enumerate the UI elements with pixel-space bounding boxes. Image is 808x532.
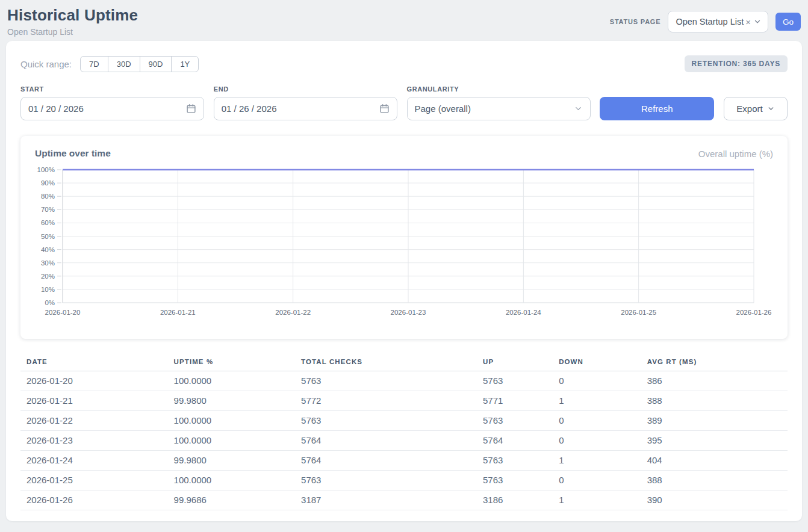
table-cell: 5763 [295, 471, 477, 490]
table-cell: 390 [641, 490, 788, 510]
svg-text:80%: 80% [41, 193, 55, 200]
uptime-line-chart[interactable]: 0%10%20%30%40%50%60%70%80%90%100%2026-01… [35, 165, 773, 323]
table-cell: 100.0000 [168, 471, 295, 490]
retention-badge: RETENTION: 365 DAYS [685, 55, 788, 72]
svg-text:70%: 70% [41, 206, 55, 213]
column-header-uptime-: UPTIME % [168, 353, 295, 371]
svg-text:20%: 20% [41, 273, 55, 280]
table-cell: 2026-01-20 [20, 371, 168, 391]
table-cell: 5763 [477, 451, 553, 471]
table-cell: 1 [553, 490, 641, 510]
table-cell: 100.0000 [168, 411, 295, 431]
column-header-down: DOWN [553, 353, 641, 371]
quick-range-1y[interactable]: 1Y [171, 56, 199, 72]
table-cell: 5771 [477, 391, 553, 411]
quick-range-group: 7D30D90D1Y [80, 56, 199, 72]
table-cell: 5763 [295, 371, 477, 391]
table-row: 2026-01-22100.0000576357630389 [20, 411, 788, 431]
go-button[interactable]: Go [775, 13, 801, 31]
end-date-input[interactable]: 01 / 26 / 2026 [214, 97, 397, 120]
quick-range-90d[interactable]: 90D [140, 56, 172, 72]
svg-text:2026-01-25: 2026-01-25 [621, 309, 656, 316]
status-page-label: STATUS PAGE [610, 18, 661, 25]
column-header-total-checks: TOTAL CHECKS [295, 353, 477, 371]
start-label: START [20, 85, 204, 93]
svg-text:2026-01-24: 2026-01-24 [506, 309, 541, 316]
table-row: 2026-01-2699.9686318731861390 [20, 490, 788, 510]
granularity-value: Page (overall) [415, 104, 471, 114]
status-page-value: Open Startup List [676, 17, 744, 26]
column-header-date: DATE [20, 353, 168, 371]
table-row: 2026-01-2499.9800576457631404 [20, 451, 788, 471]
table-cell: 100.0000 [168, 431, 295, 451]
quick-range-label: Quick range: [20, 59, 72, 69]
calendar-icon[interactable] [379, 104, 390, 114]
granularity-select[interactable]: Page (overall) [407, 97, 591, 120]
page-title: Historical Uptime [7, 6, 138, 25]
svg-text:60%: 60% [41, 219, 55, 226]
table-header: DATEUPTIME %TOTAL CHECKSUPDOWNAVG RT (MS… [20, 353, 788, 371]
table-row: 2026-01-2199.9800577257711388 [20, 391, 788, 411]
table-cell: 99.9686 [168, 490, 295, 510]
table-cell: 0 [553, 411, 641, 431]
svg-text:2026-01-23: 2026-01-23 [391, 309, 426, 316]
svg-text:2026-01-26: 2026-01-26 [736, 309, 772, 316]
start-date-value: 01 / 20 / 2026 [28, 104, 84, 114]
table-cell: 5763 [295, 411, 477, 431]
chart-title: Uptime over time [35, 148, 111, 159]
clear-icon[interactable]: × [745, 17, 751, 27]
page-header: Historical Uptime Open Startup List STAT… [0, 0, 808, 41]
status-page-select[interactable]: Open Startup List × [668, 11, 768, 32]
granularity-field: GRANULARITY Page (overall) [407, 85, 591, 120]
chart-legend: Overall uptime (%) [698, 149, 773, 159]
table-cell: 5763 [477, 471, 553, 490]
column-header-up: UP [477, 353, 553, 371]
header-actions: STATUS PAGE Open Startup List × Go [610, 11, 801, 32]
table-cell: 3186 [477, 490, 553, 510]
table-cell: 2026-01-25 [20, 471, 168, 490]
controls-row: START 01 / 20 / 2026 END 01 / 26 / 2026 … [20, 85, 788, 120]
table-cell: 2026-01-26 [20, 490, 168, 510]
table-cell: 386 [641, 371, 788, 391]
svg-text:2026-01-20: 2026-01-20 [45, 309, 81, 316]
table-cell: 5764 [477, 431, 553, 451]
table-cell: 388 [641, 391, 788, 411]
page-subtitle: Open Startup List [7, 27, 138, 37]
svg-text:2026-01-21: 2026-01-21 [160, 309, 196, 316]
main-panel: Quick range: 7D30D90D1Y RETENTION: 365 D… [6, 41, 802, 521]
svg-text:10%: 10% [41, 286, 55, 293]
chevron-down-icon [574, 104, 583, 113]
svg-text:30%: 30% [41, 259, 55, 267]
end-date-value: 01 / 26 / 2026 [222, 104, 277, 114]
quick-range-7d[interactable]: 7D [80, 56, 108, 72]
svg-text:2026-01-22: 2026-01-22 [275, 309, 311, 316]
table-cell: 99.9800 [168, 391, 295, 411]
table-cell: 5763 [477, 371, 553, 391]
chevron-down-icon [753, 17, 762, 26]
svg-text:100%: 100% [37, 166, 55, 173]
table-cell: 404 [641, 451, 788, 471]
svg-text:0%: 0% [45, 299, 55, 306]
start-field: START 01 / 20 / 2026 [20, 85, 204, 120]
refresh-button[interactable]: Refresh [600, 97, 714, 120]
export-button[interactable]: Export [724, 97, 788, 120]
table-cell: 1 [553, 391, 641, 411]
quick-range-row: Quick range: 7D30D90D1Y RETENTION: 365 D… [20, 55, 788, 72]
calendar-icon[interactable] [186, 104, 196, 114]
table-cell: 1 [553, 451, 641, 471]
table-cell: 3187 [295, 490, 477, 510]
table-cell: 388 [641, 471, 788, 490]
export-label: Export [736, 104, 762, 114]
table-cell: 0 [553, 431, 641, 451]
svg-text:90%: 90% [41, 179, 55, 187]
table-cell: 5772 [295, 391, 477, 411]
table-cell: 395 [641, 431, 788, 451]
table-cell: 0 [553, 471, 641, 490]
table-cell: 2026-01-21 [20, 391, 168, 411]
quick-range-30d[interactable]: 30D [108, 56, 140, 72]
chevron-down-icon [767, 105, 775, 113]
uptime-table: DATEUPTIME %TOTAL CHECKSUPDOWNAVG RT (MS… [20, 353, 788, 510]
title-block: Historical Uptime Open Startup List [7, 6, 138, 37]
svg-text:50%: 50% [41, 233, 55, 240]
start-date-input[interactable]: 01 / 20 / 2026 [20, 97, 204, 120]
